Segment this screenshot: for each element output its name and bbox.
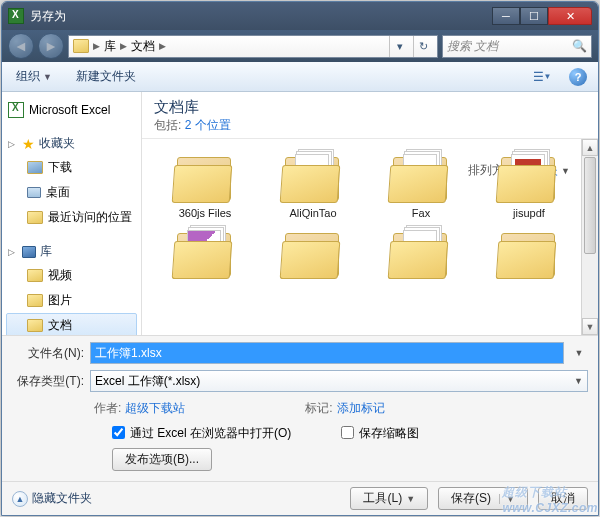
toolbar: 组织▼ 新建文件夹 ☰▼ ? (2, 62, 598, 92)
breadcrumb-lib[interactable]: 库 (104, 38, 116, 55)
titlebar: 另存为 ─ ☐ ✕ (2, 2, 598, 30)
library-title: 文档库 (154, 98, 586, 117)
hide-folders-button[interactable]: ▲ 隐藏文件夹 (12, 490, 92, 507)
scroll-thumb[interactable] (584, 157, 596, 254)
filename-label: 文件名(N): (12, 345, 84, 362)
tools-button[interactable]: 工具(L)▼ (350, 487, 428, 510)
sidebar-app[interactable]: Microsoft Excel (6, 98, 137, 122)
sidebar-item-desktop[interactable]: 桌面 (6, 180, 137, 205)
save-form: 文件名(N): 工作簿1.xlsx ▼ 保存类型(T): Excel 工作簿(*… (2, 335, 598, 481)
recent-icon (27, 211, 43, 224)
scrollbar[interactable]: ▲ ▼ (581, 139, 598, 335)
organize-button[interactable]: 组织▼ (10, 65, 58, 88)
scroll-up-icon[interactable]: ▲ (582, 139, 598, 156)
folder-icon (389, 227, 453, 279)
file-grid[interactable]: 360js Files AliQinTao Fax jisupdf ▲ ▼ (142, 139, 598, 335)
publish-options-button[interactable]: 发布选项(B)... (112, 448, 212, 471)
folder-item[interactable] (484, 227, 574, 283)
chevron-down-icon[interactable]: ▼ (570, 348, 588, 358)
new-folder-button[interactable]: 新建文件夹 (70, 65, 142, 88)
folder-item[interactable]: AliQinTao (268, 151, 358, 219)
library-header: 文档库 包括: 2 个位置 排列方式: 文件夹 ▼ (142, 92, 598, 139)
pictures-icon (27, 294, 43, 307)
file-pane: 文档库 包括: 2 个位置 排列方式: 文件夹 ▼ 360js Files Al… (142, 92, 598, 335)
sidebar-item-pictures[interactable]: 图片 (6, 288, 137, 313)
save-button[interactable]: 保存(S)▼ (438, 487, 528, 510)
folder-icon (389, 151, 453, 203)
folder-item[interactable] (160, 227, 250, 283)
sidebar-favorites[interactable]: ▷ ★ 收藏夹 (6, 132, 137, 155)
dropdown-icon[interactable]: ▾ (389, 36, 409, 57)
folder-item[interactable] (376, 227, 466, 283)
library-icon (22, 246, 36, 258)
chevron-down-icon: ▼ (406, 494, 415, 504)
folder-icon (173, 227, 237, 279)
maximize-button[interactable]: ☐ (520, 7, 548, 25)
back-button[interactable]: ◄ (8, 33, 34, 59)
folder-icon (281, 227, 345, 279)
save-thumbnail-checkbox[interactable]: 保存缩略图 (341, 425, 419, 442)
minimize-button[interactable]: ─ (492, 7, 520, 25)
sidebar-item-downloads[interactable]: 下载 (6, 155, 137, 180)
address-bar[interactable]: ▶ 库 ▶ 文档 ▶ ▾ ↻ (68, 35, 438, 58)
sidebar-item-videos[interactable]: 视频 (6, 263, 137, 288)
desktop-icon (27, 187, 41, 198)
folder-icon (497, 227, 561, 279)
videos-icon (27, 269, 43, 282)
folder-icon (173, 151, 237, 203)
documents-icon (27, 319, 43, 332)
scroll-down-icon[interactable]: ▼ (582, 318, 598, 335)
locations-link[interactable]: 2 个位置 (185, 118, 231, 132)
search-input[interactable]: 搜索 文档 🔍 (442, 35, 592, 58)
chevron-down-icon: ▼ (43, 72, 52, 82)
folder-icon (281, 151, 345, 203)
search-placeholder: 搜索 文档 (447, 38, 498, 55)
downloads-icon (27, 161, 43, 174)
sidebar-item-recent[interactable]: 最近访问的位置 (6, 205, 137, 230)
star-icon: ★ (22, 136, 35, 152)
footer: ▲ 隐藏文件夹 工具(L)▼ 保存(S)▼ 取消 (2, 481, 598, 515)
forward-button[interactable]: ► (38, 33, 64, 59)
refresh-button[interactable]: ↻ (413, 36, 433, 57)
open-in-browser-checkbox[interactable]: 通过 Excel 在浏览器中打开(O) (112, 425, 291, 442)
cancel-button[interactable]: 取消 (538, 487, 588, 510)
folder-icon (497, 151, 561, 203)
breadcrumb-docs[interactable]: 文档 (131, 38, 155, 55)
folder-icon (73, 39, 89, 53)
expand-icon: ▷ (8, 139, 18, 149)
chevron-down-icon: ▼ (499, 494, 515, 504)
folder-item[interactable]: jisupdf (484, 151, 574, 219)
savetype-label: 保存类型(T): (12, 373, 84, 390)
folder-item[interactable]: 360js Files (160, 151, 250, 219)
folder-item[interactable] (268, 227, 358, 283)
search-icon[interactable]: 🔍 (572, 39, 587, 53)
chevron-right-icon[interactable]: ▶ (120, 41, 127, 51)
savetype-combo[interactable]: Excel 工作簿(*.xlsx)▼ (90, 370, 588, 392)
sidebar-item-documents[interactable]: 文档 (6, 313, 137, 335)
sidebar-libraries[interactable]: ▷ 库 (6, 240, 137, 263)
tags-link[interactable]: 添加标记 (337, 401, 385, 415)
chevron-down-icon: ▼ (574, 376, 583, 386)
chevron-up-icon: ▲ (12, 491, 28, 507)
folder-item[interactable]: Fax (376, 151, 466, 219)
expand-icon: ▷ (8, 247, 18, 257)
close-button[interactable]: ✕ (548, 7, 592, 25)
app-icon (8, 8, 24, 24)
filename-input[interactable]: 工作簿1.xlsx (90, 342, 564, 364)
chevron-right-icon[interactable]: ▶ (93, 41, 100, 51)
view-button[interactable]: ☰▼ (530, 66, 554, 88)
window-title: 另存为 (30, 8, 492, 25)
chevron-right-icon[interactable]: ▶ (159, 41, 166, 51)
excel-icon (8, 102, 24, 118)
help-button[interactable]: ? (566, 66, 590, 88)
nav-bar: ◄ ► ▶ 库 ▶ 文档 ▶ ▾ ↻ 搜索 文档 🔍 (2, 30, 598, 62)
author-link[interactable]: 超级下载站 (125, 401, 185, 415)
sidebar: Microsoft Excel ▷ ★ 收藏夹 下载 桌面 最近访问的位置 ▷ … (2, 92, 142, 335)
